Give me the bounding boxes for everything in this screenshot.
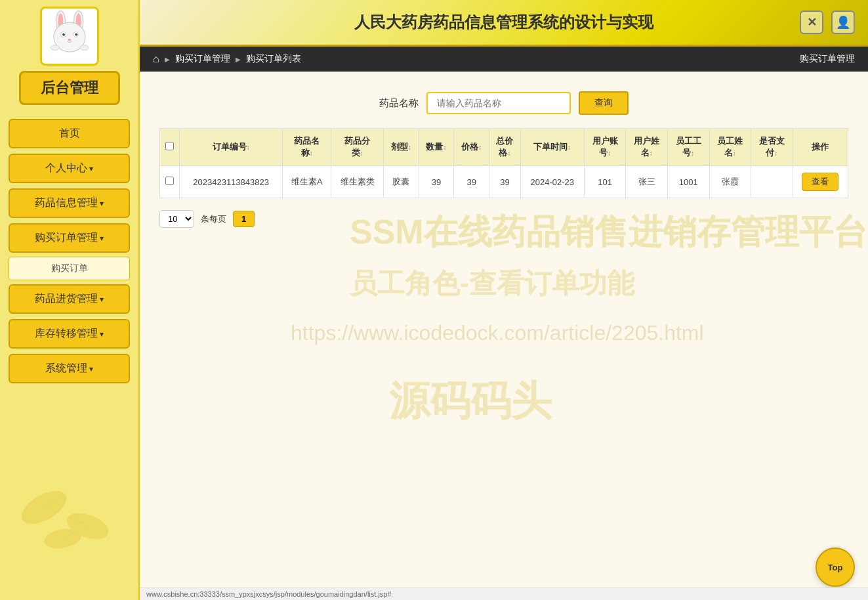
sidebar: 后台管理 首页 个人中心 药品信息管理 购买订单管理 购买订单 药品进货管理 库… (0, 0, 140, 600)
svg-point-10 (76, 33, 77, 35)
col-user-name: 用户姓名↕ (626, 129, 668, 166)
page-size-select[interactable]: 10 20 50 (159, 210, 194, 228)
breadcrumb-separator-2: ▶ (236, 56, 241, 63)
header-icons: ✕ 👤 (800, 11, 855, 34)
view-button[interactable]: 查看 (802, 173, 838, 191)
watermark-employee: 员工角色-查看订单功能 (350, 265, 634, 302)
col-is-paid: 是否支付↕ (751, 129, 793, 166)
select-all-header (160, 129, 180, 166)
svg-point-18 (43, 526, 83, 551)
svg-point-7 (62, 33, 65, 36)
col-employee-id: 员工工号↕ (667, 129, 709, 166)
top-header: 人民大药房药品信息管理系统的设计与实现 ✕ 👤 (140, 0, 868, 47)
is-paid-cell (751, 166, 793, 198)
table-header-row: 订单编号↕ 药品名称↕ 药品分类↕ 剂型↕ 数量↕ 价格↕ 总价格↕ 下单时间↕… (160, 129, 848, 166)
home-icon[interactable]: ⌂ (153, 53, 159, 65)
nav-purchase-order[interactable]: 购买订单 (9, 257, 130, 280)
scroll-top-button[interactable]: Top (816, 547, 855, 587)
total-price-cell: 39 (489, 166, 521, 198)
svg-point-12 (51, 45, 59, 51)
search-row: 药品名称 查询 (159, 91, 848, 115)
row-checkbox-cell (160, 166, 180, 198)
select-all-checkbox[interactable] (165, 142, 174, 150)
main-content: 人民大药房药品信息管理系统的设计与实现 ✕ 👤 ⌂ ▶ 购买订单管理 ▶ 购买订… (140, 0, 868, 600)
backend-label: 后台管理 (19, 71, 120, 105)
col-price: 价格↕ (454, 129, 489, 166)
col-total-price: 总价格↕ (489, 129, 521, 166)
nav-drug-purchase-mgmt[interactable]: 药品进货管理 (9, 284, 130, 314)
watermark-source: 源码码头 (389, 374, 552, 429)
breadcrumb-separator-1: ▶ (165, 56, 170, 63)
svg-point-13 (80, 45, 89, 51)
breadcrumb-left: ⌂ ▶ 购买订单管理 ▶ 购买订单列表 (153, 53, 301, 65)
quantity-cell: 39 (419, 166, 454, 198)
col-drug-name: 药品名称↕ (283, 129, 331, 166)
drug-name-cell: 维生素A (283, 166, 331, 198)
search-button[interactable]: 查询 (579, 91, 629, 115)
pagination-row: 10 20 50 条每页 1 (159, 210, 848, 228)
nav-home[interactable]: 首页 (9, 119, 130, 148)
app-title: 人民大药房药品信息管理系统的设计与实现 (354, 12, 653, 33)
employee-name-cell: 张霞 (709, 166, 751, 198)
col-order-no: 订单编号↕ (180, 129, 283, 166)
svg-point-16 (63, 508, 112, 544)
row-checkbox[interactable] (165, 177, 174, 185)
svg-point-8 (75, 33, 77, 36)
search-label: 药品名称 (379, 97, 419, 110)
order-no-cell: 2023423113843823 (180, 166, 283, 198)
col-drug-category: 药品分类↕ (331, 129, 383, 166)
status-bar: www.csbishe.cn:33333/ssm_ypxsjxcsys/jsp/… (140, 588, 868, 600)
drug-category-cell: 维生素类 (331, 166, 383, 198)
nav-purchase-order-mgmt[interactable]: 购买订单管理 (9, 223, 130, 253)
col-action: 操作 (793, 129, 848, 166)
svg-point-11 (68, 39, 71, 41)
svg-line-17 (74, 519, 88, 526)
user-icon[interactable]: 👤 (831, 11, 855, 34)
page-1-button[interactable]: 1 (233, 211, 255, 227)
nav-inventory-transfer-mgmt[interactable]: 库存转移管理 (9, 319, 130, 349)
dosage-form-cell: 胶囊 (383, 166, 419, 198)
breadcrumb-bar: ⌂ ▶ 购买订单管理 ▶ 购买订单列表 购买订单管理 (140, 47, 868, 72)
per-page-label: 条每页 (201, 213, 226, 225)
order-time-cell: 2024-02-23 (520, 166, 584, 198)
search-input[interactable] (426, 92, 571, 114)
rabbit-logo (40, 7, 99, 66)
svg-point-14 (16, 484, 72, 531)
col-employee-name: 员工姓名↕ (709, 129, 751, 166)
user-account-cell: 101 (584, 166, 626, 198)
nav-drug-info-mgmt[interactable]: 药品信息管理 (9, 188, 130, 218)
nav-system-mgmt[interactable]: 系统管理 (9, 354, 130, 383)
svg-line-15 (44, 498, 60, 507)
price-cell: 39 (454, 166, 489, 198)
col-dosage-form: 剂型↕ (383, 129, 419, 166)
svg-point-9 (64, 33, 65, 35)
col-order-time: 下单时间↕ (520, 129, 584, 166)
logo-area: 后台管理 (0, 0, 138, 116)
col-quantity: 数量↕ (419, 129, 454, 166)
watermark-url: https://www.icodedock.com/article/2205.h… (291, 321, 704, 345)
table-row: 2023423113843823 维生素A 维生素类 胶囊 39 39 39 2… (160, 166, 848, 198)
breadcrumb-right: 购买订单管理 (800, 53, 855, 65)
user-name-cell: 张三 (626, 166, 668, 198)
svg-line-19 (63, 531, 75, 538)
breadcrumb-item-1[interactable]: 购买订单管理 (175, 53, 230, 65)
content-area: 药品名称 查询 订单编号↕ 药品名称↕ 药品分类↕ 剂型↕ 数量↕ 价格↕ 总价… (140, 72, 868, 600)
order-table: 订单编号↕ 药品名称↕ 药品分类↕ 剂型↕ 数量↕ 价格↕ 总价格↕ 下单时间↕… (159, 128, 848, 198)
nav-personal-center[interactable]: 个人中心 (9, 154, 130, 183)
close-icon[interactable]: ✕ (800, 11, 823, 34)
table-body: 2023423113843823 维生素A 维生素类 胶囊 39 39 39 2… (160, 166, 848, 198)
col-user-account: 用户账号↕ (584, 129, 626, 166)
employee-id-cell: 1001 (667, 166, 709, 198)
action-cell: 查看 (793, 166, 848, 198)
breadcrumb-item-2[interactable]: 购买订单列表 (246, 53, 301, 65)
